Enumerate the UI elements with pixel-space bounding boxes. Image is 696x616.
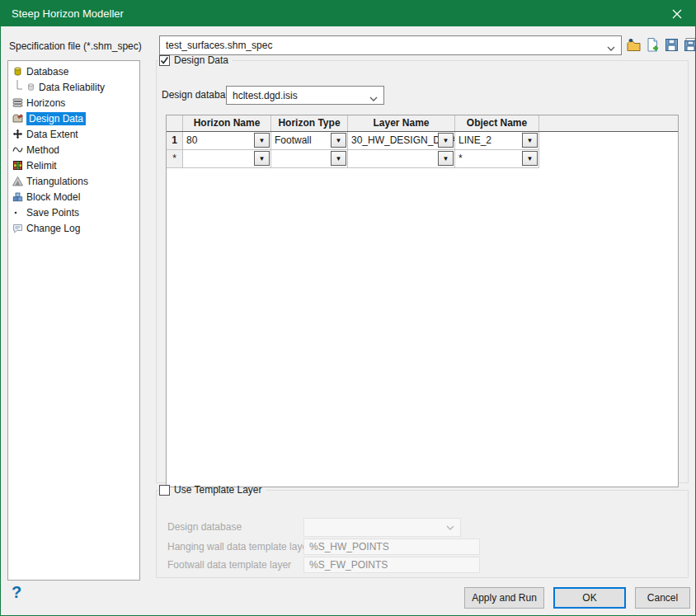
tree-item-horizons[interactable]: Horizons [8, 95, 139, 111]
chevron-down-icon [446, 522, 454, 534]
row-number: 1 [167, 132, 183, 150]
hanging-wall-template-value: %S_HW_POINTS [309, 541, 389, 553]
chevron-down-icon [607, 43, 615, 54]
tree-item-database[interactable]: Database [8, 63, 139, 79]
tree-item-save-points[interactable]: Save Points [8, 205, 139, 220]
chevron-down-icon [369, 93, 378, 105]
cell-horizon-type[interactable]: Footwall ▼ [271, 132, 348, 150]
cell-layer-name[interactable]: 30_HW_DESIGN_DATA ▼ [348, 132, 455, 150]
use-template-layer-checkbox-label: Use Template Layer [174, 484, 262, 496]
design-data-checkbox-label: Design Data [174, 54, 228, 66]
hanging-wall-template-label: Hanging wall data template layer [167, 541, 311, 553]
tree-item-label: Triangulations [26, 176, 88, 187]
dropdown-button[interactable]: ▼ [438, 133, 454, 148]
cell-horizon-name[interactable]: ▼ [183, 150, 271, 168]
spec-file-combobox[interactable]: test_surfaces.shm_spec [159, 35, 622, 55]
save-icon[interactable] [663, 36, 680, 54]
cell-object-name[interactable]: LINE_2 ▼ [455, 132, 539, 150]
save-as-icon[interactable] [682, 36, 696, 54]
tree-item-label: Database [26, 66, 68, 78]
dropdown-button[interactable]: ▼ [254, 151, 270, 166]
row-number: * [167, 150, 183, 168]
close-button[interactable] [658, 1, 695, 26]
data-reliability-icon [26, 82, 35, 92]
cell-value: * [459, 153, 463, 164]
database-icon [12, 66, 23, 77]
column-header-filler [539, 115, 678, 131]
block-model-icon [12, 191, 23, 202]
spec-file-value: test_surfaces.shm_spec [166, 40, 272, 51]
triangulations-icon [12, 176, 23, 186]
spec-file-toolbar [625, 36, 696, 54]
spec-file-label: Specification file (*.shm_spec) [9, 40, 142, 52]
tree-elbow-line [13, 80, 23, 94]
title-bar: Steep Horizon Modeller [1, 1, 695, 26]
use-template-layer-checkbox[interactable] [159, 485, 170, 496]
tree-item-label: Horizons [26, 97, 65, 109]
dropdown-button[interactable]: ▼ [331, 151, 346, 166]
dropdown-button[interactable]: ▼ [331, 133, 346, 148]
tree-item-label: Data Reliability [39, 82, 105, 93]
close-icon [672, 9, 682, 19]
cancel-button[interactable]: Cancel [635, 587, 690, 609]
tree-item-label: Relimit [26, 160, 57, 172]
cell-value: LINE_2 [459, 134, 491, 146]
tree-item-data-extent[interactable]: Data Extent [8, 126, 139, 142]
tree-item-design-data[interactable]: Design Data [8, 111, 139, 126]
relimit-icon [12, 160, 23, 171]
use-template-layer-group: Use Template Layer Design database Hangi… [156, 484, 689, 578]
tree-item-change-log[interactable]: Change Log [8, 220, 139, 236]
dropdown-button[interactable]: ▼ [522, 133, 538, 148]
save-points-icon [12, 207, 23, 218]
design-data-group: Design Data Design database hcltest.dgd.… [156, 54, 689, 483]
footwall-template-label: Footwall data template layer [167, 559, 291, 571]
cell-object-name[interactable]: * ▼ [455, 150, 539, 168]
apply-and-run-button[interactable]: Apply and Run [464, 587, 544, 609]
dropdown-button[interactable]: ▼ [522, 151, 538, 166]
tree-item-label: Design Data [26, 112, 86, 125]
ok-button[interactable]: OK [553, 587, 626, 609]
cell-horizon-type[interactable]: ▼ [271, 150, 348, 168]
design-data-icon [12, 113, 23, 124]
cell-value: 80 [186, 134, 197, 146]
row-number-header [167, 115, 183, 131]
column-header-layer-name: Layer Name [348, 115, 455, 131]
cell-layer-name[interactable]: ▼ [348, 150, 455, 168]
tree-item-label: Change Log [26, 223, 80, 234]
footwall-template-field-disabled: %S_FW_POINTS [303, 557, 480, 573]
help-button[interactable]: ? [12, 583, 21, 602]
settings-tree: Database Data Reliability [7, 60, 140, 581]
row-filler [539, 132, 678, 150]
hanging-wall-template-field-disabled: %S_HW_POINTS [303, 538, 480, 555]
tree-item-data-reliability[interactable]: Data Reliability [8, 79, 139, 95]
change-log-icon [12, 223, 23, 233]
tree-item-label: Data Extent [26, 129, 78, 140]
table-header-row: Horizon Name Horizon Type Layer Name Obj… [167, 115, 678, 132]
horizons-icon [12, 97, 23, 108]
tree-item-label: Save Points [26, 207, 79, 219]
cell-horizon-name[interactable]: 80 ▼ [183, 132, 271, 150]
dropdown-button[interactable]: ▼ [254, 133, 270, 148]
tree-item-triangulations[interactable]: Triangulations [8, 173, 139, 189]
template-design-database-combobox-disabled [303, 518, 461, 537]
cell-value: Footwall [275, 134, 312, 146]
footwall-template-value: %S_FW_POINTS [309, 559, 388, 571]
table-row-new: * ▼ ▼ ▼ * ▼ [167, 150, 678, 168]
open-folder-icon[interactable] [625, 36, 642, 54]
use-template-layer-legend: Use Template Layer [158, 484, 266, 496]
data-extent-icon [12, 129, 23, 139]
horizons-table: Horizon Name Horizon Type Layer Name Obj… [166, 115, 679, 487]
tree-item-label: Block Model [26, 191, 80, 203]
tree-item-relimit[interactable]: Relimit [8, 158, 139, 173]
tree-item-block-model[interactable]: Block Model [8, 189, 139, 205]
column-header-horizon-name: Horizon Name [183, 115, 271, 131]
method-icon [12, 144, 23, 155]
design-data-checkbox[interactable] [159, 55, 170, 66]
tree-item-method[interactable]: Method [8, 142, 139, 158]
window-title: Steep Horizon Modeller [1, 7, 124, 20]
new-spec-file-icon[interactable] [644, 36, 661, 54]
design-database-combobox[interactable]: hcltest.dgd.isis [226, 86, 384, 105]
design-data-legend: Design Data [158, 54, 233, 66]
table-row: 1 80 ▼ Footwall ▼ 30_HW_DESIGN_DATA ▼ LI… [167, 132, 678, 150]
dropdown-button[interactable]: ▼ [438, 151, 454, 166]
